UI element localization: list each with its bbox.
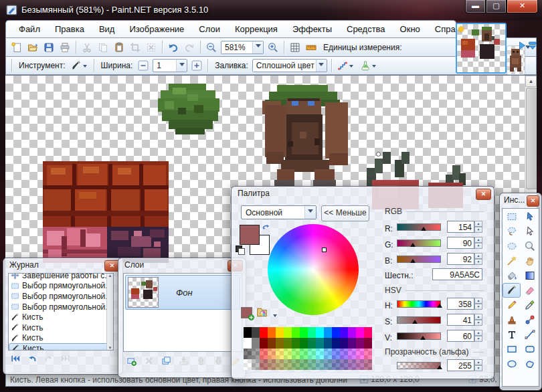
history-item-2[interactable]: Выбор прямоугольной...: [9, 281, 113, 292]
swatch-1-7[interactable]: [292, 327, 300, 338]
blend-mode-button[interactable]: [357, 58, 380, 73]
scrollbar-thumb[interactable]: [526, 88, 537, 189]
swatch-3-16[interactable]: [364, 349, 372, 359]
new-button[interactable]: [9, 40, 25, 55]
swatch-1-1[interactable]: [244, 327, 252, 338]
ruler-toggle-button[interactable]: [303, 40, 319, 55]
b-spinner[interactable]: ▲▼: [474, 253, 482, 265]
b-value-input[interactable]: 92: [447, 253, 474, 265]
save-button[interactable]: [41, 40, 57, 55]
zoom-out-button[interactable]: [203, 40, 219, 55]
menu-item-9[interactable]: Окно: [393, 21, 428, 37]
menu-item-6[interactable]: Коррекция: [228, 21, 285, 37]
tool-brush-button[interactable]: [68, 58, 91, 73]
palette-close-button[interactable]: ✕: [476, 189, 491, 200]
swatch-1-10[interactable]: [316, 327, 324, 338]
layers-window[interactable]: Слои ✕ Фон: [118, 258, 246, 378]
tool-gradient[interactable]: [521, 268, 539, 283]
swatch-1-12[interactable]: [332, 327, 340, 338]
cut-button[interactable]: [79, 40, 95, 55]
grid-toggle-button[interactable]: [287, 40, 303, 55]
tool-rectsel2[interactable]: [503, 209, 521, 224]
swatch-4-15[interactable]: [356, 359, 364, 370]
s-slider-marker[interactable]: [412, 317, 418, 324]
history-rewind-button[interactable]: [7, 353, 23, 364]
width-decrease-button[interactable]: [135, 58, 151, 73]
primary-color-swatch[interactable]: [240, 225, 260, 245]
tool-roundrect[interactable]: [521, 342, 539, 357]
merge-down-button[interactable]: [176, 355, 191, 367]
v-value-input[interactable]: 60: [447, 330, 474, 342]
swatch-1-4[interactable]: [268, 327, 276, 338]
tool-ellipsetool[interactable]: [503, 357, 521, 371]
swatch-2-15[interactable]: [356, 338, 364, 349]
swatch-4-8[interactable]: [300, 359, 308, 370]
swatch-3-7[interactable]: [292, 349, 300, 359]
crop-button[interactable]: [127, 40, 143, 55]
swatch-2-10[interactable]: [316, 338, 324, 349]
tool-lasso[interactable]: [503, 224, 521, 239]
swatch-4-7[interactable]: [292, 359, 300, 370]
delete-layer-button[interactable]: [141, 355, 157, 367]
image-list-menu-button[interactable]: [527, 39, 538, 52]
swatch-2-13[interactable]: [340, 338, 348, 349]
g-slider-marker[interactable]: [410, 240, 416, 247]
swatch-3-3[interactable]: [260, 349, 268, 359]
paste-button[interactable]: [111, 40, 127, 55]
hex-value-input[interactable]: 9A5A5C: [432, 268, 482, 280]
swatch-2-16[interactable]: [364, 338, 372, 349]
tool-stamp[interactable]: [503, 312, 521, 327]
swatch-1-15[interactable]: [356, 327, 364, 338]
swatch-3-12[interactable]: [332, 349, 340, 359]
swatch-3-11[interactable]: [324, 349, 332, 359]
s-slider[interactable]: [397, 316, 441, 324]
palette-manager-button[interactable]: [256, 306, 268, 318]
tool-bucket[interactable]: [503, 268, 521, 283]
swatch-2-11[interactable]: [324, 338, 332, 349]
swatch-4-5[interactable]: [276, 359, 284, 370]
swatch-4-11[interactable]: [324, 359, 332, 370]
history-list[interactable]: Завершение работы с...Выбор прямоугольно…: [8, 273, 114, 351]
g-value-input[interactable]: 90: [447, 237, 474, 249]
h-value-input[interactable]: 358: [447, 298, 474, 310]
swatch-1-8[interactable]: [300, 327, 308, 338]
swatch-1-6[interactable]: [284, 327, 292, 338]
swatch-4-1[interactable]: [244, 359, 252, 370]
v-slider[interactable]: [397, 332, 441, 340]
tool-eraser[interactable]: [521, 283, 539, 298]
tool-zoomtool[interactable]: [521, 239, 539, 254]
tool-brush[interactable]: [503, 283, 521, 298]
scroll-up-arrow[interactable]: ▲: [525, 76, 537, 87]
swatch-3-8[interactable]: [300, 349, 308, 359]
r-slider-marker[interactable]: [421, 224, 426, 231]
antialiasing-button[interactable]: [335, 58, 357, 73]
tool-freeform[interactable]: [521, 357, 539, 371]
swatch-2-4[interactable]: [268, 338, 276, 349]
tool-recolor[interactable]: [521, 312, 539, 327]
swatch-2-3[interactable]: [260, 338, 268, 349]
swatch-4-10[interactable]: [316, 359, 324, 370]
maximize-button[interactable]: ▢: [486, 0, 507, 13]
swatch-4-6[interactable]: [284, 359, 292, 370]
swatch-4-2[interactable]: [252, 359, 260, 370]
a-value-input[interactable]: 255: [447, 359, 474, 371]
tool-texttool[interactable]: [503, 327, 521, 342]
r-value-input[interactable]: 154: [447, 221, 474, 233]
swatch-3-15[interactable]: [356, 349, 364, 359]
close-button[interactable]: ✕: [507, 0, 538, 13]
swatch-2-9[interactable]: [308, 338, 316, 349]
history-window[interactable]: Журнал ✕ Завершение работы с...Выбор пря…: [3, 258, 123, 375]
history-item-1[interactable]: Завершение работы с...: [9, 273, 113, 281]
swatch-2-5[interactable]: [276, 338, 284, 349]
zoom-level-combo[interactable]: 581%: [221, 41, 264, 54]
swatch-3-4[interactable]: [268, 349, 276, 359]
swatch-4-4[interactable]: [268, 359, 276, 370]
swatch-1-11[interactable]: [324, 327, 332, 338]
r-slider[interactable]: [397, 223, 441, 231]
h-spinner[interactable]: ▲▼: [474, 298, 482, 310]
history-scrollbar[interactable]: ▲ ▼: [106, 274, 113, 350]
g-slider[interactable]: [397, 239, 441, 247]
swatch-3-13[interactable]: [340, 349, 348, 359]
v-slider-marker[interactable]: [420, 333, 426, 340]
s-spinner[interactable]: ▲▼: [474, 314, 482, 326]
